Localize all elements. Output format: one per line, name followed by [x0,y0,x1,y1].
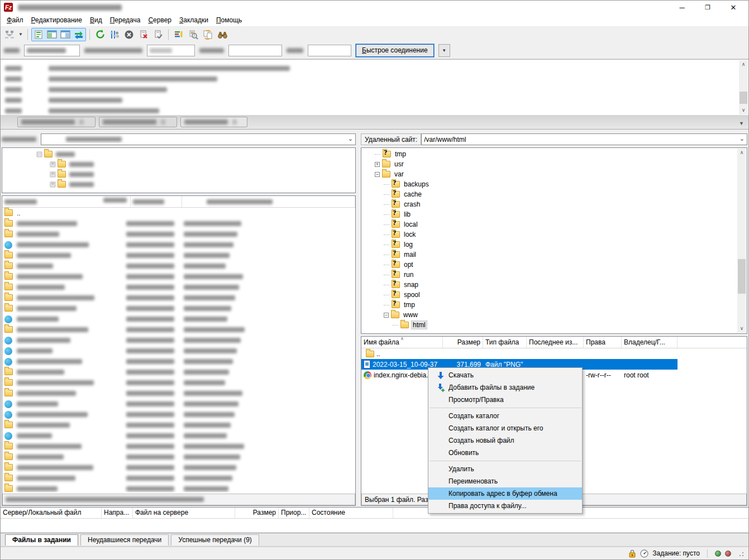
local-file-row-redacted[interactable] [2,462,355,473]
queue-tab[interactable]: Неудавшиеся передачи [80,534,169,545]
column-header-5[interactable]: Права [584,337,622,348]
queue-column-header-2[interactable]: Напра... [102,508,133,518]
remote-tree-item-log[interactable]: ?log [361,240,747,250]
remote-tree-item-snap[interactable]: ?snap [361,280,747,290]
column-header-4[interactable]: Последнее из... [527,337,584,348]
server-tab-redacted[interactable] [17,117,96,127]
queue-column-header-4[interactable]: Размер [235,508,279,518]
remote-tree-toggle-icon[interactable] [59,28,72,41]
scrollbar-thumb[interactable] [740,92,747,104]
speed-gauge-icon[interactable] [640,549,648,558]
remote-tree-scrollbar[interactable]: ∧ ∨ [737,149,746,333]
scrollbar-thumb[interactable] [738,259,746,294]
local-file-row-redacted[interactable] [2,229,355,240]
queue-column-header-1[interactable]: Сервер/Локальный файл [1,508,102,518]
queue-column-header-3[interactable]: Файл на сервере [133,508,235,518]
server-tab-redacted[interactable] [180,117,247,127]
local-file-row-redacted[interactable] [2,335,355,346]
remote-tree-item-opt[interactable]: ?opt [361,260,747,270]
context-menu-item[interactable]: Копировать адрес в буфер обмена [428,487,582,500]
port-input[interactable] [308,45,351,56]
queue-toggle-icon[interactable] [72,28,85,41]
context-menu-item[interactable]: Удалить [428,463,582,475]
column-header-3[interactable]: Тип файла [483,337,527,348]
remote-tree-item-tmp[interactable]: ?tmp [361,149,747,159]
maximize-button[interactable]: ❐ [695,1,721,14]
local-file-row-redacted[interactable] [2,271,355,282]
menu-item-2[interactable]: Редактирование [27,15,86,26]
tab-close-icon[interactable] [232,119,237,125]
remote-tree-item-var[interactable]: −var [361,169,747,179]
local-tree-row-redacted[interactable]: − [2,149,355,159]
filter-icon[interactable] [108,28,121,41]
scroll-up-icon[interactable]: ∧ [737,149,746,157]
chevron-down-icon[interactable]: ⌄ [740,135,745,142]
host-input[interactable] [24,45,80,56]
menu-item-1[interactable]: Файл [3,15,27,26]
local-file-row-redacted[interactable] [2,314,355,324]
file-row[interactable]: .. [361,348,747,359]
menu-item-6[interactable]: Закладки [175,15,212,26]
server-tab-redacted[interactable] [99,117,177,127]
remote-tree-item-lock[interactable]: ?lock [361,229,747,240]
local-file-row-redacted[interactable] [2,420,355,430]
local-file-row-redacted[interactable] [2,441,355,452]
username-input[interactable] [147,45,195,56]
scroll-down-icon[interactable]: ∨ [737,324,746,333]
local-directory-tree[interactable]: −+++ [2,147,356,193]
remote-tree-item-spool[interactable]: ?spool [361,290,747,300]
local-file-row-redacted[interactable] [2,356,355,367]
file-search-icon[interactable] [187,28,200,41]
menu-item-4[interactable]: Передача [106,15,145,26]
password-input[interactable] [228,45,282,56]
scroll-down-icon[interactable]: ∨ [739,106,748,114]
local-file-row-redacted[interactable] [2,218,355,229]
local-file-row-redacted[interactable] [2,452,355,462]
tree-expander-icon[interactable]: − [375,172,380,177]
remote-tree-item-www[interactable]: −www [361,310,747,320]
local-file-row-redacted[interactable] [2,240,355,250]
queue-tab[interactable]: Файлы в задании [5,534,78,545]
context-menu-item[interactable]: Скачать [428,369,582,381]
refresh-icon[interactable] [93,28,107,41]
local-file-row-redacted[interactable] [2,261,355,271]
local-file-row-redacted[interactable] [2,473,355,484]
local-file-row-redacted[interactable] [2,484,355,492]
remote-tree-item-backups[interactable]: ?backups [361,179,747,189]
local-tree-row-redacted[interactable]: + [2,179,355,189]
column-header-1[interactable]: Имя файла∧ [361,337,443,348]
local-file-row-redacted[interactable] [2,388,355,399]
queue-column-header-5[interactable]: Приор... [279,508,309,518]
synchronized-browsing-icon[interactable] [201,28,214,41]
local-tree-row-redacted[interactable]: + [2,169,355,179]
directory-comparison-icon[interactable] [172,28,185,41]
local-file-row-redacted[interactable] [2,293,355,303]
site-manager-icon[interactable] [3,28,16,41]
scroll-up-icon[interactable]: ∧ [739,60,748,69]
local-file-row-redacted[interactable] [2,303,355,314]
remote-tree-item-html[interactable]: html [361,320,747,330]
tab-close-icon[interactable] [161,119,165,125]
local-file-row-redacted[interactable] [2,282,355,293]
menu-item-3[interactable]: Вид [86,15,106,26]
local-file-row-redacted[interactable] [2,250,355,261]
remote-tree-item-crash[interactable]: ?crash [361,199,747,209]
find-files-icon[interactable] [216,28,229,41]
context-menu-item[interactable]: Создать каталог [428,410,582,422]
remote-tree-item-lib[interactable]: ?lib [361,209,747,219]
local-file-row-redacted[interactable] [2,399,355,409]
cancel-icon[interactable] [122,28,136,41]
local-tree-toggle-icon[interactable] [45,28,59,41]
context-menu-item[interactable]: Переименовать [428,475,582,487]
resize-grip[interactable] [737,550,744,557]
tab-close-icon[interactable] [79,119,84,125]
menu-item-5[interactable]: Сервер [144,15,175,26]
column-header-redacted[interactable] [2,196,131,207]
local-file-row-redacted[interactable] [2,324,355,335]
quickconnect-button[interactable]: Быстрое соединение [356,44,434,57]
local-file-row-redacted[interactable] [2,430,355,441]
context-menu-item[interactable]: Обновить [428,447,582,459]
tree-expander-icon[interactable]: + [375,162,380,167]
remote-tree-item-tmp[interactable]: ?tmp [361,300,747,310]
local-file-row-redacted[interactable] [2,367,355,377]
